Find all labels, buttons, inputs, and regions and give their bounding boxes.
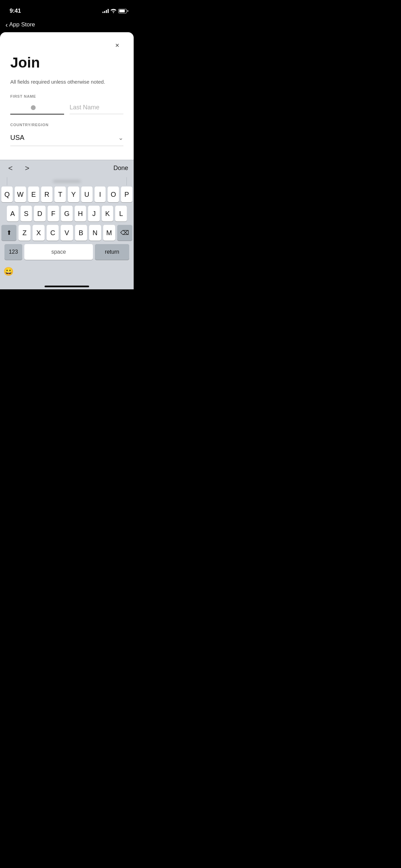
- prev-field-button[interactable]: <: [5, 162, 15, 174]
- keyboard-divider: [0, 176, 134, 186]
- key-q[interactable]: Q: [1, 186, 13, 202]
- key-r[interactable]: R: [41, 186, 52, 202]
- key-row-1: Q W E R T Y U I O P: [0, 186, 134, 202]
- key-w[interactable]: W: [15, 186, 26, 202]
- key-z[interactable]: Z: [19, 225, 31, 241]
- keyboard: Q W E R T Y U I O P A S D F G H J K L ⬆: [0, 176, 134, 289]
- emoji-button[interactable]: 😀: [3, 267, 14, 276]
- chevron-down-icon: ⌄: [118, 134, 123, 142]
- country-select[interactable]: USA ⌄: [10, 130, 123, 146]
- space-key[interactable]: space: [24, 244, 93, 260]
- key-c[interactable]: C: [47, 225, 59, 241]
- key-y[interactable]: Y: [68, 186, 79, 202]
- form-title: Join: [10, 55, 123, 71]
- last-name-group: [70, 101, 123, 114]
- key-u[interactable]: U: [81, 186, 93, 202]
- done-button[interactable]: Done: [113, 165, 128, 172]
- key-v[interactable]: V: [61, 225, 73, 241]
- next-field-button[interactable]: >: [22, 162, 32, 174]
- key-t[interactable]: T: [54, 186, 66, 202]
- first-name-input[interactable]: [10, 101, 64, 114]
- shift-icon: ⬆: [7, 229, 12, 237]
- key-h[interactable]: H: [75, 206, 86, 221]
- key-b[interactable]: B: [75, 225, 87, 241]
- key-e[interactable]: E: [28, 186, 39, 202]
- key-j[interactable]: J: [88, 206, 100, 221]
- key-m[interactable]: M: [103, 225, 115, 241]
- first-name-group: [10, 101, 64, 114]
- signal-icon: [102, 9, 109, 13]
- key-f[interactable]: F: [48, 206, 59, 221]
- key-g[interactable]: G: [61, 206, 73, 221]
- last-name-input[interactable]: [70, 101, 123, 114]
- key-o[interactable]: O: [108, 186, 119, 202]
- wifi-icon: [111, 9, 116, 13]
- shift-key[interactable]: ⬆: [1, 225, 16, 241]
- toolbar-nav: < >: [5, 162, 32, 174]
- delete-key[interactable]: ⌫: [117, 225, 132, 241]
- key-x[interactable]: X: [33, 225, 45, 241]
- keyboard-toolbar: < > Done: [0, 160, 134, 176]
- key-row-4: 123 space return: [0, 244, 134, 260]
- key-n[interactable]: N: [89, 225, 101, 241]
- key-l[interactable]: L: [115, 206, 127, 221]
- numbers-key[interactable]: 123: [4, 244, 22, 260]
- status-icons: [102, 9, 127, 13]
- form-subtitle: All fields required unless otherwise not…: [10, 78, 123, 85]
- key-row-3: ⬆ Z X C V B N M ⌫: [0, 225, 134, 241]
- keyboard-blur: [53, 180, 81, 182]
- close-btn-row: ×: [10, 32, 123, 55]
- key-s[interactable]: S: [21, 206, 32, 221]
- nav-bar: ‹ App Store: [0, 17, 134, 32]
- key-k[interactable]: K: [102, 206, 113, 221]
- home-indicator: [45, 286, 89, 287]
- key-row-2: A S D F G H J K L: [0, 206, 134, 221]
- emoji-row: 😀: [0, 263, 134, 279]
- key-p[interactable]: P: [121, 186, 132, 202]
- key-d[interactable]: D: [34, 206, 46, 221]
- modal-sheet: × Join All fields required unless otherw…: [0, 32, 134, 289]
- status-time: 9:41: [10, 8, 21, 14]
- close-button[interactable]: ×: [111, 39, 123, 51]
- back-chevron-icon: ‹: [5, 21, 8, 28]
- back-label: App Store: [9, 21, 35, 28]
- country-label: COUNTRY/REGION: [10, 123, 123, 127]
- return-key[interactable]: return: [95, 244, 129, 260]
- country-section: COUNTRY/REGION USA ⌄: [10, 123, 123, 146]
- key-i[interactable]: I: [95, 186, 106, 202]
- first-name-label: FIRST NAME: [10, 94, 123, 98]
- status-bar: 9:41: [0, 0, 134, 17]
- key-a[interactable]: A: [7, 206, 19, 221]
- country-value: USA: [10, 134, 24, 142]
- back-button[interactable]: ‹ App Store: [5, 21, 35, 28]
- name-row: [10, 101, 123, 114]
- delete-icon: ⌫: [120, 229, 129, 237]
- battery-icon: [118, 9, 127, 13]
